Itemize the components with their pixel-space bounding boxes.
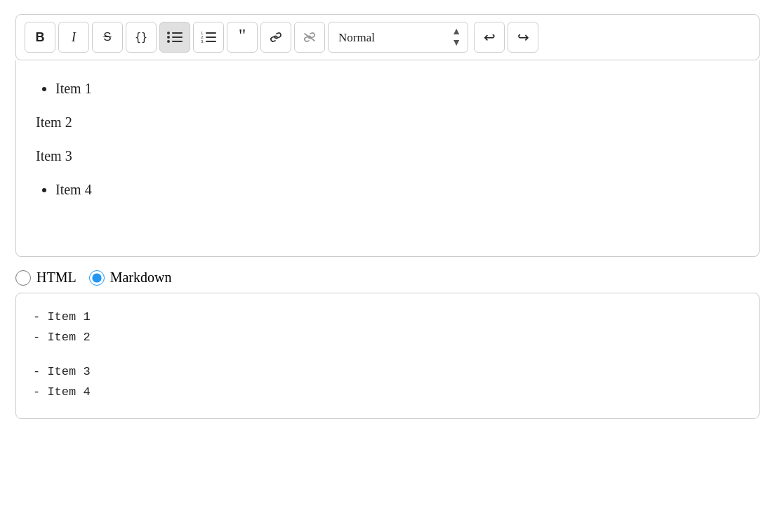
code-button[interactable]: {}	[126, 22, 157, 53]
link-button[interactable]	[260, 22, 291, 53]
markdown-line-4: - Item 4	[33, 383, 742, 403]
list-item-1: Item 1	[55, 77, 739, 100]
markdown-line-3: - Item 3	[33, 362, 742, 383]
undo-redo-group: ↩ ↪	[474, 22, 538, 53]
svg-rect-1	[172, 32, 183, 34]
unlink-button[interactable]	[294, 22, 325, 53]
strikethrough-button[interactable]: S	[92, 22, 123, 53]
ordered-list-button[interactable]: 1. 2. 3.	[193, 22, 224, 53]
svg-rect-9	[206, 36, 216, 38]
svg-rect-3	[172, 36, 183, 38]
svg-rect-5	[172, 41, 183, 42]
plain-item-2: Item 2	[36, 111, 739, 133]
markdown-line-2: - Item 2	[33, 328, 742, 348]
toolbar: B I S {} 1. 2. 3. "	[15, 14, 760, 60]
bold-button[interactable]: B	[25, 22, 55, 53]
style-select[interactable]: Normal Heading 1 Heading 2 Heading 3	[328, 22, 468, 53]
html-radio-label[interactable]: HTML	[15, 270, 77, 286]
markdown-blank-1	[33, 348, 742, 362]
markdown-line-1: - Item 1	[33, 307, 742, 328]
editor-area[interactable]: Item 1 Item 2 Item 3 Item 4	[15, 60, 760, 257]
unordered-list-button[interactable]	[159, 22, 190, 53]
redo-button[interactable]: ↪	[508, 22, 538, 53]
svg-point-2	[167, 36, 170, 39]
undo-button[interactable]: ↩	[474, 22, 505, 53]
svg-rect-11	[206, 41, 216, 42]
style-select-wrapper: Normal Heading 1 Heading 2 Heading 3 ▲▼	[328, 22, 468, 53]
markdown-radio-label[interactable]: Markdown	[89, 270, 172, 286]
svg-point-0	[167, 32, 170, 34]
svg-text:3.: 3.	[201, 39, 204, 44]
editor-container: B I S {} 1. 2. 3. "	[15, 14, 760, 419]
svg-rect-7	[206, 32, 216, 34]
html-radio[interactable]	[15, 270, 31, 286]
italic-button[interactable]: I	[58, 22, 89, 53]
plain-item-3: Item 3	[36, 145, 739, 167]
markdown-radio[interactable]	[89, 270, 105, 286]
quote-button[interactable]: "	[227, 22, 258, 53]
markdown-output-area: - Item 1 - Item 2 - Item 3 - Item 4	[15, 293, 760, 419]
svg-point-4	[167, 40, 170, 43]
markdown-label-text: Markdown	[110, 270, 172, 286]
list-item-4: Item 4	[55, 178, 739, 201]
format-row: HTML Markdown	[15, 270, 760, 286]
html-label-text: HTML	[37, 270, 77, 286]
